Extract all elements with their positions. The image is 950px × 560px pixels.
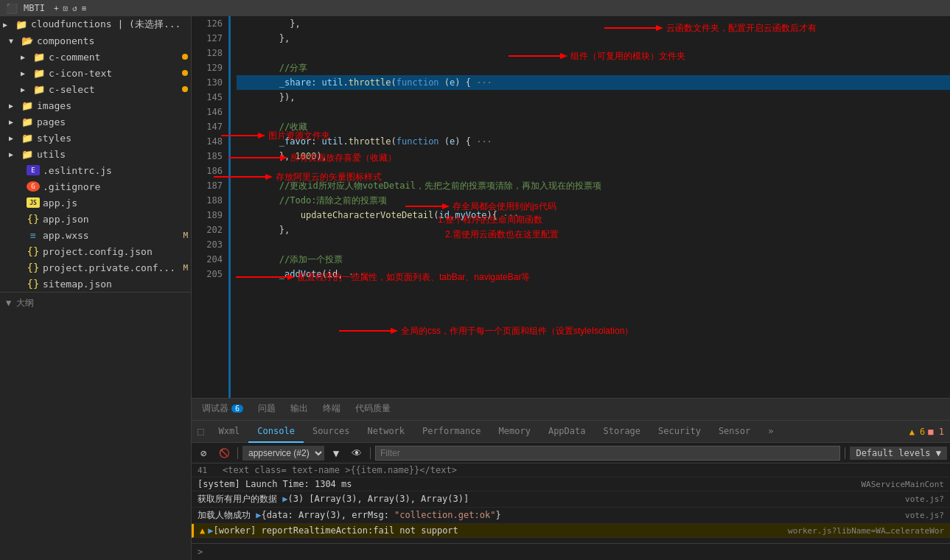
code-line: updateCharacterVoteDetail(id,myVote){ ··…: [237, 208, 950, 223]
arrow-icon: ▶: [21, 85, 32, 94]
console-source[interactable]: worker.js?libName=WA…celerateWor: [788, 526, 944, 536]
tab-sensor[interactable]: Sensor: [710, 421, 759, 443]
tab-output[interactable]: 输出: [283, 399, 315, 421]
js-icon: JS: [27, 197, 40, 208]
devtools-console-content[interactable]: 41 <text class= text-name >{{item.name}}…: [192, 463, 950, 543]
console-source[interactable]: vote.js?: [905, 494, 944, 504]
folder-icon: 📁: [32, 84, 46, 95]
json-icon: {}: [27, 213, 40, 225]
tab-sources[interactable]: Sources: [304, 421, 359, 443]
tab-appdata[interactable]: AppData: [539, 421, 595, 443]
folder-open-icon: 📂: [21, 35, 34, 46]
tab-responsive[interactable]: ⬚: [192, 421, 209, 443]
tab-more[interactable]: »: [759, 421, 782, 443]
code-lines: }, }, //分享 _share: util.throttle(functio…: [228, 16, 950, 398]
console-source[interactable]: vote.js?: [905, 511, 944, 520]
stop-recording-btn[interactable]: ⊘: [195, 444, 212, 462]
code-line: },: [237, 31, 950, 46]
sidebar-item-c-comment[interactable]: ▶ 📁 c-comment: [0, 49, 191, 65]
sidebar-item-cloudfunctions[interactable]: ▶ 📁 cloudfunctions | (未选择...: [0, 16, 191, 32]
outline-section[interactable]: ▼ 大纲: [0, 292, 191, 314]
tab-console[interactable]: Console: [248, 421, 304, 443]
sidebar-item-eslintrc[interactable]: E .eslintrc.js: [0, 162, 191, 178]
separator: [845, 447, 845, 459]
code-editor[interactable]: 126 127 128 129 130 145 146 147 148 185 …: [192, 16, 950, 398]
tab-wxml[interactable]: Wxml: [209, 421, 248, 443]
arrow-icon: ▶: [21, 69, 32, 77]
sidebar-item-projectprivate[interactable]: {} project.private.conf... M: [0, 259, 191, 276]
context-selector[interactable]: appservice (#2): [242, 446, 324, 461]
tab-security[interactable]: Security: [649, 421, 710, 443]
code-line: //Todo:清除之前的投票项: [237, 193, 950, 208]
console-source[interactable]: WAServiceMainCont: [861, 480, 944, 489]
tab-code-quality[interactable]: 代码质量: [348, 399, 398, 421]
arrow-icon: ▼: [9, 37, 21, 45]
dropdown-arrow[interactable]: ▼: [327, 444, 345, 462]
sidebar-item-appwxss[interactable]: ≡ app.wxss M: [0, 227, 191, 243]
modified-badge: [182, 86, 188, 92]
console-line: 41 <text class= text-name >{{item.name}}…: [192, 463, 950, 477]
devtools-main-tabs: ⬚ Wxml Console Sources Network: [192, 421, 950, 443]
code-line: _favor: util.throttle(function (e) { ···: [237, 134, 950, 149]
console-line: [system] Launch Time: 1304 ms WAServiceM…: [192, 477, 950, 491]
sidebar: ▶ 📁 cloudfunctions | (未选择... ▼ 📂 compone…: [0, 16, 192, 560]
tab-storage[interactable]: Storage: [595, 421, 650, 443]
console-line: 加载人物成功 ▶{data: Array(3), errMsg: "collec…: [192, 508, 950, 524]
log-level-select[interactable]: Default levels ▼: [850, 447, 947, 460]
sidebar-item-label: app.js: [43, 197, 188, 209]
tab-label: Performance: [422, 426, 481, 436]
console-input-area: >: [192, 543, 950, 560]
folder-icon: 📁: [15, 19, 28, 30]
filter-input[interactable]: [375, 446, 840, 461]
tab-debugger[interactable]: 调试器 6: [195, 399, 251, 421]
clear-console-btn[interactable]: 🚫: [215, 444, 233, 462]
console-input[interactable]: [206, 547, 944, 557]
devtools-top-tabs: 调试器 6 问题 输出 终端 代码质量: [192, 399, 950, 421]
tab-badge: 6: [231, 405, 243, 413]
sidebar-item-images[interactable]: ▶ 📁 images: [0, 97, 191, 113]
sidebar-item-utils[interactable]: ▶ 📁 utils: [0, 146, 191, 162]
tab-label: 输出: [290, 402, 308, 415]
wxss-icon: ≡: [27, 230, 40, 241]
tab-memory[interactable]: Memory: [490, 421, 539, 443]
tab-label: Memory: [499, 426, 531, 436]
new-tab-icon[interactable]: +: [54, 4, 59, 13]
sidebar-item-projectconfig[interactable]: {} project.config.json: [0, 243, 191, 259]
arrow-icon: ▶: [9, 102, 21, 110]
code-line: [237, 46, 950, 60]
sidebar-item-label: c-select: [49, 84, 182, 95]
eslint-icon: E: [27, 165, 40, 175]
tab-network[interactable]: Network: [359, 421, 414, 443]
sidebar-item-components[interactable]: ▼ 📂 components: [0, 32, 191, 49]
tab-label: Console: [257, 426, 295, 436]
sidebar-item-pages[interactable]: ▶ 📁 pages: [0, 113, 191, 130]
sidebar-item-appjs[interactable]: JS app.js: [0, 195, 191, 211]
console-message: [system] Launch Time: 1304 ms: [198, 479, 858, 489]
arrow-icon: ▶: [21, 53, 32, 61]
code-line: [237, 105, 950, 119]
console-line-warning: ▲ ▶[worker] reportRealtimeAction:fail no…: [192, 524, 950, 538]
tab-terminal[interactable]: 终端: [315, 399, 348, 421]
eye-icon[interactable]: 👁: [348, 444, 366, 462]
folder-icon: 📁: [32, 52, 46, 63]
modified-badge: [182, 54, 188, 60]
sidebar-item-label: c-icon-text: [49, 68, 182, 79]
refresh-icon[interactable]: ↺: [72, 4, 77, 13]
sidebar-item-c-icon-text[interactable]: ▶ 📁 c-icon-text: [0, 65, 191, 81]
sidebar-item-styles[interactable]: ▶ 📁 styles: [0, 130, 191, 146]
menu-icon[interactable]: ≡: [82, 4, 87, 13]
tab-performance[interactable]: Performance: [413, 421, 489, 443]
sidebar-item-label: styles: [37, 133, 188, 144]
code-line: _share: util.throttle(function (e) { ···: [237, 75, 950, 90]
modified-indicator: M: [183, 263, 188, 273]
main-layout: ▶ 📁 cloudfunctions | (未选择... ▼ 📂 compone…: [0, 16, 950, 560]
sidebar-item-appjson[interactable]: {} app.json: [0, 211, 191, 227]
sidebar-item-label: pages: [37, 116, 188, 127]
tab-issues[interactable]: 问题: [251, 399, 283, 421]
sidebar-item-gitignore[interactable]: G .gitignore: [0, 178, 191, 195]
split-icon[interactable]: ⊡: [63, 4, 69, 13]
sidebar-item-c-select[interactable]: ▶ 📁 c-select: [0, 81, 191, 97]
sidebar-item-sitemap[interactable]: {} sitemap.json: [0, 276, 191, 292]
sidebar-item-label: c-comment: [49, 52, 182, 63]
devtools-badges: ▲ 6 ■ 1: [909, 427, 950, 437]
